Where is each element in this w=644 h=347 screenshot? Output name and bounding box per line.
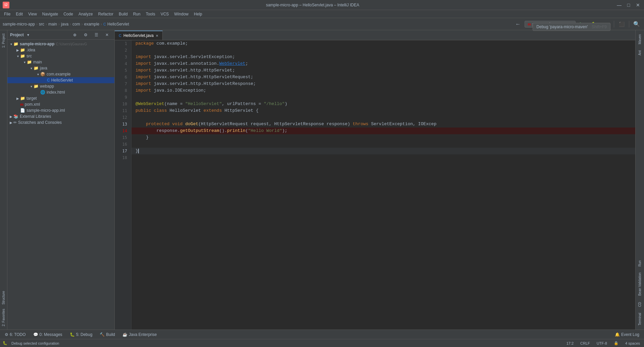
tree-arrow-main: ▾	[22, 60, 27, 64]
menu-help[interactable]: Help	[191, 11, 205, 17]
menu-build[interactable]: Build	[116, 11, 130, 17]
code-editor[interactable]: 1 2 3 4 5 6 7 8 9 10 11 12 13 14 15 16 1…	[115, 40, 635, 330]
tab-close-icon[interactable]: ✕	[156, 34, 158, 38]
menu-navigate[interactable]: Navigate	[40, 11, 61, 17]
bottom-toolbar: ⚙ 6: TODO 💬 0: Messages 🐛 5: Debug 🔨 Bui…	[0, 330, 644, 339]
project-gear-btn[interactable]: ⚙	[81, 30, 90, 40]
line-num-11: 11	[117, 107, 128, 114]
tree-item-index-html[interactable]: 🌐 index.html	[7, 89, 114, 95]
line-num-13: 13	[117, 121, 128, 128]
line-num-3: 3	[117, 54, 128, 60]
code-line-4: import javax.servlet.annotation.WebServl…	[131, 60, 635, 67]
bottom-tab-java-enterprise[interactable]: ☕ Java Enterprise	[119, 331, 160, 338]
status-encoding[interactable]: UTF-8	[595, 341, 608, 345]
menu-run[interactable]: Run	[130, 11, 143, 17]
tree-label-iml: sample-micro-app.iml	[26, 108, 65, 113]
project-collapse-btn[interactable]: ☰	[92, 30, 101, 40]
bottom-tab-messages[interactable]: 💬 0: Messages	[30, 331, 66, 338]
bottom-tab-debug[interactable]: 🐛 5: Debug	[66, 331, 96, 338]
code-line-16	[131, 141, 635, 148]
breadcrumb-project[interactable]: sample-micro-app	[3, 22, 35, 27]
breadcrumb-com[interactable]: com	[72, 22, 80, 27]
project-close-btn[interactable]: ✕	[102, 30, 112, 40]
toolbar-separator-2	[629, 21, 629, 28]
line-num-4: 4	[117, 60, 128, 67]
breadcrumb-class-icon: C	[103, 22, 106, 26]
menu-tools[interactable]: Tools	[143, 11, 158, 17]
tree-item-webapp[interactable]: ▾ 📁 webapp	[7, 83, 114, 89]
status-line-sep[interactable]: CRLF	[579, 341, 591, 345]
line-num-7: 7	[117, 81, 128, 87]
status-position[interactable]: 17:2	[565, 341, 575, 345]
breadcrumb-class[interactable]: HelloServlet	[107, 22, 129, 27]
menu-analyze[interactable]: Analyze	[76, 11, 96, 17]
left-label-structure[interactable]: Structure	[1, 289, 6, 307]
menu-edit[interactable]: Edit	[13, 11, 25, 17]
project-tree: ▾ 📁 sample-micro-app C:\Users\jGauravG ▶…	[7, 40, 114, 330]
maximize-button[interactable]: □	[625, 2, 632, 8]
title-bar-left: IJ	[3, 2, 9, 8]
tree-item-com-example[interactable]: ▾ 📦 com.example	[7, 71, 114, 77]
scratches-icon: ✏	[13, 120, 17, 125]
tree-arrow-webapp: ▾	[29, 85, 34, 88]
status-message: Debug selected configuration	[11, 341, 59, 345]
menu-refactor[interactable]: Refactor	[96, 11, 116, 17]
code-line-18	[131, 154, 635, 161]
java-ent-label: Java Enterprise	[129, 332, 157, 337]
sidebar-terminal[interactable]: Terminal	[637, 310, 643, 328]
left-label-favorites[interactable]: 2: Favorites	[1, 307, 6, 328]
code-line-1: package com.example;	[131, 40, 635, 47]
breadcrumb-java[interactable]: java	[61, 22, 68, 27]
tree-item-scratches[interactable]: ▶ ✏ Scratches and Consoles	[7, 119, 114, 126]
bottom-tab-build[interactable]: 🔨 Build	[96, 331, 118, 338]
status-indent[interactable]: 4 spaces	[624, 341, 641, 345]
code-content[interactable]: package com.example; import javax.servle…	[131, 40, 635, 330]
project-dropdown-icon[interactable]: ▾	[27, 33, 29, 37]
sidebar-run[interactable]: Run	[637, 258, 643, 269]
menu-vcs[interactable]: VCS	[158, 11, 172, 17]
sidebar-cd[interactable]: CD	[637, 299, 643, 309]
tree-label-pom: pom.xml	[25, 102, 40, 107]
menu-window[interactable]: Window	[171, 11, 191, 17]
tree-item-pom-xml[interactable]: m pom.xml	[7, 101, 114, 107]
breadcrumb-example[interactable]: example	[84, 22, 99, 27]
sidebar-maven[interactable]: Maven	[637, 32, 643, 47]
minimize-button[interactable]: —	[616, 2, 623, 8]
editor-tab-hello-servlet[interactable]: C HelloServlet.java ✕	[115, 31, 163, 40]
sidebar-bean-validation[interactable]: Bean Validation	[637, 270, 643, 298]
project-panel-header: Project ▾ ⊕ ⚙ ☰ ✕	[7, 30, 114, 40]
debug-label: 5: Debug	[76, 332, 93, 337]
event-log-btn[interactable]: 🔔 Event Log	[611, 331, 643, 338]
tab-class-icon: C	[119, 34, 121, 38]
menu-code[interactable]: Code	[61, 11, 76, 17]
tree-label-src: src	[26, 54, 32, 58]
breadcrumb-main[interactable]: main	[48, 22, 57, 27]
left-label-project[interactable]: 1: Project	[1, 32, 6, 50]
target-folder-icon: 📁	[20, 96, 25, 101]
menu-bar: File Edit View Navigate Code Analyze Ref…	[0, 10, 644, 18]
tree-item-hello-servlet[interactable]: C HelloServlet	[7, 77, 114, 83]
tree-item-sample-micro-app[interactable]: ▾ 📁 sample-micro-app C:\Users\jGauravG	[7, 41, 114, 47]
breadcrumb-src[interactable]: src	[39, 22, 44, 27]
tree-item-src[interactable]: ▾ 📁 src	[7, 53, 114, 59]
menu-file[interactable]: File	[1, 11, 13, 17]
ext-libs-icon: 📚	[13, 114, 18, 119]
menu-view[interactable]: View	[25, 11, 40, 17]
tree-item-iml[interactable]: 📄 sample-micro-app.iml	[7, 107, 114, 113]
toolbar-separator-1	[614, 21, 614, 28]
back-button[interactable]: ←	[513, 19, 523, 29]
project-settings-btn[interactable]: ⊕	[70, 30, 79, 40]
tree-item-external-libs[interactable]: ▶ 📚 External Libraries	[7, 113, 114, 119]
stop-button[interactable]: ⬛	[617, 19, 626, 29]
status-lock-icon[interactable]: 🔒	[612, 341, 620, 345]
search-button[interactable]: 🔍	[632, 19, 641, 29]
tree-item-java[interactable]: ▾ 📁 java	[7, 65, 114, 71]
tree-arrow-project: ▾	[9, 42, 13, 46]
tree-item-main[interactable]: ▾ 📁 main	[7, 59, 114, 65]
tree-item-target[interactable]: ▶ 📁 target	[7, 95, 114, 101]
idea-folder-icon: 📁	[20, 48, 25, 52]
tree-item-idea[interactable]: ▶ 📁 .idea	[7, 47, 114, 53]
close-button[interactable]: ✕	[635, 2, 641, 8]
sidebar-ant[interactable]: Ant	[637, 48, 643, 58]
bottom-tab-todo[interactable]: ⚙ 6: TODO	[1, 331, 29, 338]
